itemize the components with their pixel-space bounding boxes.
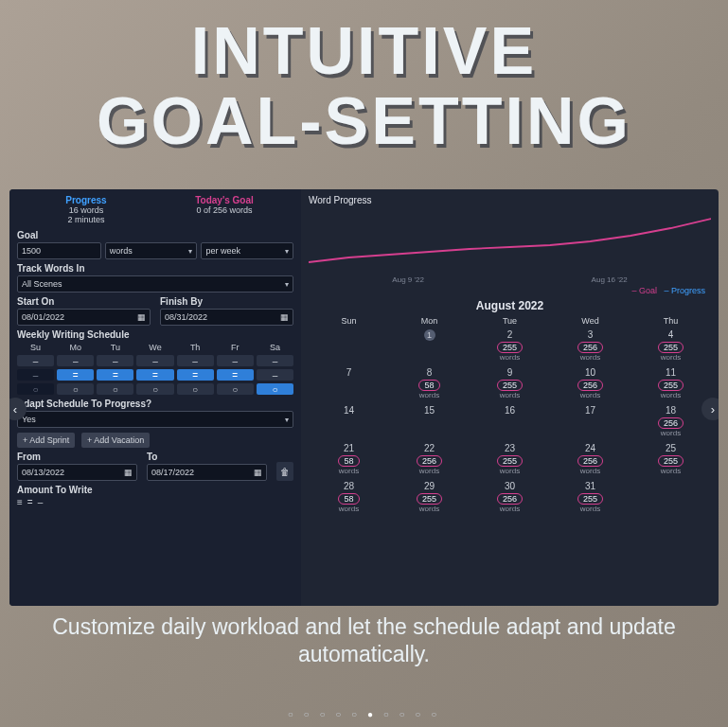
app-window: ‹ › Progress 16 words 2 minutes Today's … [9, 189, 719, 606]
schedule-slot[interactable]: – [257, 355, 293, 366]
add-vacation-button[interactable]: + Add Vacation [81, 433, 150, 448]
add-sprint-button[interactable]: + Add Sprint [17, 433, 75, 448]
schedule-slot[interactable]: ○ [97, 383, 133, 395]
words-sublabel: words [389, 467, 470, 475]
day-number: 11 [630, 367, 711, 378]
words-pill: 255 [417, 493, 442, 505]
carousel-dots[interactable]: ○ ○ ○ ○ ○ ● ○ ○ ○ ○ [0, 709, 728, 719]
calendar-cell[interactable]: 30256words [470, 481, 550, 513]
schedule-slot[interactable]: = [57, 369, 94, 381]
calendar-cell[interactable]: 15 [389, 405, 470, 437]
schedule-slot[interactable]: ○ [136, 383, 173, 395]
goal-period-select[interactable]: per week▾ [201, 242, 293, 259]
schedule-slot[interactable]: = [97, 369, 133, 381]
calendar-cell[interactable]: 14 [309, 405, 389, 437]
calendar-cell[interactable]: 23255words [470, 443, 550, 475]
schedule-slot[interactable]: – [57, 355, 94, 366]
schedule-slot[interactable]: – [97, 355, 133, 366]
finish-date-input[interactable]: ▦ [160, 309, 293, 326]
marketing-caption: Customize daily workload and let the sch… [0, 613, 728, 668]
calendar-cell[interactable] [309, 329, 389, 362]
calendar-cell[interactable]: 25255words [630, 443, 711, 475]
schedule-slot[interactable]: – [136, 355, 173, 366]
schedule-slot[interactable]: ○ [17, 383, 54, 395]
calendar-cell[interactable]: 16 [470, 405, 550, 437]
adapt-schedule-select[interactable]: Yes▾ [17, 411, 293, 428]
calendar-cell[interactable]: 2158words [309, 443, 389, 475]
calendar-cell[interactable]: 2255words [470, 329, 550, 362]
calendar-icon: ▦ [280, 312, 289, 322]
from-date-input[interactable]: ▦ [17, 464, 137, 481]
calendar-cell[interactable]: 858words [389, 367, 470, 399]
calendar-cell[interactable]: 10256words [550, 367, 630, 399]
goal-amount-input[interactable] [17, 242, 101, 259]
schedule-slot[interactable]: – [257, 369, 293, 381]
carousel-next-button[interactable]: › [701, 398, 719, 420]
calendar-cell[interactable]: 31255words [550, 481, 630, 513]
schedule-slot[interactable]: – [17, 355, 54, 366]
day-number: 15 [389, 405, 470, 416]
words-pill: 255 [497, 455, 523, 467]
day-number: 16 [470, 405, 550, 416]
words-pill: 255 [577, 493, 603, 505]
schedule-slot[interactable]: = [136, 369, 173, 381]
calendar-cell[interactable]: 2858words [309, 481, 389, 513]
calendar-cell[interactable]: 24256words [550, 443, 630, 475]
schedule-slot[interactable]: ○ [217, 383, 254, 395]
calendar-cell[interactable]: 3256words [550, 329, 630, 362]
to-date-input[interactable]: ▦ [147, 464, 267, 481]
words-sublabel: words [389, 391, 470, 399]
progress-words: 16 words [17, 205, 155, 215]
schedule-slot[interactable]: ○ [177, 383, 214, 395]
heading-line-1: INTUITIVE [0, 17, 728, 87]
words-sublabel: words [389, 505, 470, 513]
calendar-cell[interactable]: 18256words [630, 405, 711, 437]
schedule-slot[interactable]: – [17, 369, 54, 381]
calendar-cell[interactable]: 4255words [630, 329, 711, 362]
chevron-down-icon: ▾ [188, 247, 192, 256]
schedule-slot[interactable]: – [177, 355, 214, 366]
goal-sidebar: Progress 16 words 2 minutes Today's Goal… [9, 189, 301, 606]
calendar-cell[interactable]: 29255words [389, 481, 470, 513]
calendar-icon: ▦ [124, 468, 133, 477]
schedule-slot[interactable]: = [177, 369, 214, 381]
delete-range-button[interactable]: 🗑 [276, 462, 293, 481]
day-number: 4 [630, 329, 711, 340]
words-pill: 58 [338, 455, 359, 467]
schedule-slot[interactable]: ○ [57, 383, 94, 395]
day-number: 17 [550, 405, 630, 416]
calendar-cell[interactable]: 7 [309, 367, 389, 399]
day-number: 2 [470, 329, 550, 340]
start-date-input[interactable]: ▦ [17, 309, 151, 326]
track-words-select[interactable]: All Scenes▾ [17, 275, 293, 293]
calendar: August 2022 Sun Mon Tue Wed Thu 12255wor… [301, 295, 719, 606]
words-pill: 256 [417, 455, 442, 467]
words-sublabel: words [630, 429, 711, 437]
words-sublabel: words [550, 467, 630, 475]
calendar-cell[interactable]: 11255words [630, 367, 711, 399]
todays-goal-value: 0 of 256 words [155, 205, 293, 215]
today-dot: 1 [424, 329, 435, 341]
calendar-cell[interactable] [630, 481, 711, 513]
words-sublabel: words [630, 353, 711, 362]
amount-mode-toggle[interactable]: ≡ = – [17, 497, 293, 507]
goal-unit-select[interactable]: words▾ [105, 242, 198, 259]
calendar-cell[interactable]: 1 [389, 329, 470, 362]
calendar-cell[interactable]: 22256words [389, 443, 470, 475]
calendar-cell[interactable]: 9255words [470, 367, 550, 399]
schedule-slot[interactable]: ○ [257, 383, 293, 395]
heading-line-2: GOAL-SETTING [0, 87, 728, 157]
track-words-label: Track Words In [17, 263, 293, 274]
calendar-cell[interactable]: 17 [550, 405, 630, 437]
day-number: 8 [389, 367, 470, 378]
start-on-label: Start On [17, 296, 151, 307]
schedule-slot[interactable]: – [217, 355, 254, 366]
cal-header: Sun [309, 316, 389, 326]
dash-icon: – [38, 497, 44, 507]
day-number: 10 [550, 367, 630, 378]
words-pill: 256 [577, 455, 603, 467]
day-number: 25 [630, 443, 711, 453]
to-label: To [147, 452, 267, 462]
main-panel: Word Progress Aug 9 '22 Aug 16 '22 – Goa… [301, 189, 719, 606]
schedule-slot[interactable]: = [217, 369, 254, 381]
